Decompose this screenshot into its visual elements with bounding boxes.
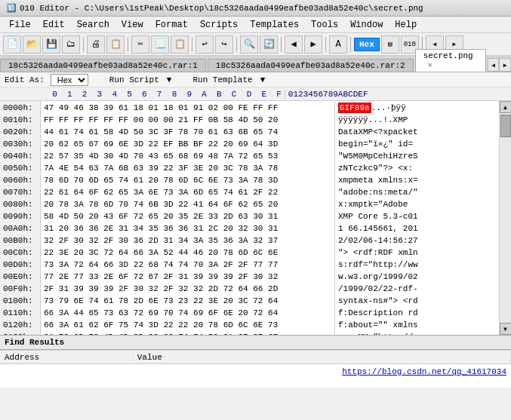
tab-secret-label: secret.png (423, 51, 473, 60)
hex-row-0040[interactable]: 22 57 35 4D 30 4D 70 43 65 68 69 48 7A 7… (44, 150, 331, 162)
offset-row: 00E0h: (3, 271, 37, 283)
scroll-thumb[interactable] (500, 115, 511, 137)
back-button[interactable]: ◀ (285, 35, 303, 54)
hex-row-0130[interactable]: 3A 78 6D 70 4D 4D 3D 22 68 74 74 70 3A 2… (44, 331, 331, 335)
tab-next-button[interactable]: ▸ (499, 58, 511, 72)
copy-button[interactable]: 📃 (151, 35, 169, 54)
ascii-row-00D0: s:rdf="http://ww (338, 259, 496, 271)
redo-button[interactable]: ↪ (215, 35, 233, 54)
hex-editor-area: 0000h: 0010h: 0020h: 0030h: 0040h: 0050h… (0, 101, 511, 335)
menu-bar: File Edit Search View Format Scripts Tem… (0, 17, 511, 33)
menu-window[interactable]: Window (344, 18, 389, 32)
menu-file[interactable]: File (3, 18, 37, 32)
menu-format[interactable]: Format (149, 18, 194, 32)
find-address-header: Address (0, 353, 133, 362)
print-button[interactable]: 🖨 (87, 35, 105, 54)
print2-button[interactable]: 📋 (106, 35, 125, 54)
run-script-arrow[interactable]: ▼ (167, 75, 172, 84)
toolbar-separator-2 (128, 37, 128, 52)
hex-mode-button[interactable]: Hex (354, 38, 380, 51)
hex-bytes-column[interactable]: 47 49 46 38 39 61 18 01 18 01 91 02 00 F… (41, 101, 335, 335)
hex-col-header: 0 1 2 3 4 5 6 7 8 9 A B C D E F (39, 90, 285, 99)
menu-tools[interactable]: Tools (305, 18, 344, 32)
ascii-row-0040: "W5M0MpCehiHzreS (338, 150, 496, 162)
scroll-down-arrow[interactable]: ▼ (500, 323, 512, 335)
hex-row-0000[interactable]: 47 49 46 38 39 61 18 01 18 01 91 02 00 F… (44, 102, 331, 114)
tab-rar1[interactable]: 18c5326aada0499eafbe03ad8a52e40c.rar:1 (0, 59, 206, 72)
edit-as-dropdown[interactable]: Hex (51, 74, 88, 86)
offset-column: 0000h: 0010h: 0020h: 0030h: 0040h: 0050h… (0, 101, 41, 335)
vertical-scrollbar[interactable]: ▲ ▼ (499, 101, 511, 335)
open-button[interactable]: 📂 (23, 35, 41, 54)
run-template-label: Run Template (192, 75, 252, 84)
ascii-row-0020: DataXMP<?xpacket (338, 126, 496, 138)
save-all-button[interactable]: 🗂 (62, 35, 80, 54)
toolbar-separator-6 (325, 37, 326, 52)
paste-button[interactable]: 📋 (171, 35, 189, 54)
menu-scripts[interactable]: Scripts (194, 18, 244, 32)
offset-row: 00B0h: (3, 235, 37, 247)
save-button[interactable]: 💾 (42, 35, 60, 54)
hex-row-0120[interactable]: 66 3A 61 62 6F 75 74 3D 22 22 20 78 6D 6… (44, 319, 331, 331)
menu-view[interactable]: View (115, 18, 149, 32)
offset-row: 0030h: (3, 138, 37, 150)
ascii-row-0130: :xmpMM="http://n (338, 331, 496, 335)
new-button[interactable]: 📄 (3, 35, 21, 54)
hex-row-0010[interactable]: FF FF FF FF FF FF 00 00 00 21 FF 0B 58 4… (44, 114, 331, 126)
find-button[interactable]: 🔍 (240, 35, 258, 54)
ascii-col-header: 0123456789ABCDEF (285, 90, 371, 99)
hex-row-0070[interactable]: 22 61 64 6F 62 65 3A 6E 73 3A 6D 65 74 6… (44, 186, 331, 198)
ascii-row-00B0: 2/02/06-14:56:27 (338, 235, 496, 247)
tab-rar1-label: 18c5326aada0499eafbe03ad8a52e40c.rar:1 (8, 61, 198, 70)
undo-button[interactable]: ↩ (195, 35, 214, 54)
scroll-up-arrow[interactable]: ▲ (500, 101, 512, 113)
offset-row: 0120h: (3, 319, 37, 331)
hex-row-00A0[interactable]: 31 20 36 36 2E 31 34 35 36 36 31 2C 20 3… (44, 222, 331, 235)
hex-row-0060[interactable]: 78 6D 70 6D 65 74 61 20 78 6D 6C 6E 73 3… (44, 174, 331, 186)
menu-templates[interactable]: Templates (244, 18, 305, 32)
ascii-row-0120: f:about="" xmlns (338, 319, 496, 331)
run-template-arrow[interactable]: ▼ (260, 75, 266, 84)
gif89a-highlight: GIF89a (338, 103, 371, 113)
offset-row: 0050h: (3, 162, 37, 174)
tab-bar: 18c5326aada0499eafbe03ad8a52e40c.rar:1 1… (0, 56, 511, 72)
hex-row-0110[interactable]: 66 3A 44 65 73 63 72 69 70 74 69 6F 6E 2… (44, 307, 331, 319)
hex-header-text: 0 1 2 3 4 5 6 7 8 9 A B C D E F (42, 90, 282, 99)
forward-button[interactable]: ▶ (304, 35, 322, 54)
find-result-link[interactable]: https://blog.csdn.net/qq_41617034 (0, 364, 511, 379)
hex-row-0050[interactable]: 7A 4E 54 63 7A 6B 63 39 22 3F 3E 20 3C 7… (44, 162, 331, 174)
toolbar-separator-1 (83, 37, 84, 52)
mode2-button[interactable]: ▤ (381, 35, 399, 54)
ascii-row-0080: x:xmptk="Adobe (338, 198, 496, 210)
hex-row-00F0[interactable]: 2F 31 39 39 39 2F 30 32 2F 32 32 2D 72 6… (44, 283, 331, 295)
hex-row-0090[interactable]: 58 4D 50 20 43 6F 72 65 20 35 2E 33 2D 6… (44, 210, 331, 222)
hex-row-00D0[interactable]: 73 3A 72 64 66 3D 22 68 74 74 70 3A 2F 2… (44, 259, 331, 271)
hex-row-0100[interactable]: 73 79 6E 74 61 78 2D 6E 73 23 22 3E 20 3… (44, 295, 331, 307)
tab-close-icon[interactable]: ✕ (428, 61, 433, 69)
hex-row-00B0[interactable]: 32 2F 30 32 2F 30 36 2D 31 34 3A 35 36 3… (44, 235, 331, 247)
cut-button[interactable]: ✂ (131, 35, 149, 54)
tab-secret-png[interactable]: secret.png ✕ (415, 49, 486, 72)
menu-search[interactable]: Search (71, 18, 115, 32)
hex-row-00C0[interactable]: 22 3E 20 3C 72 64 66 3A 52 44 46 20 78 6… (44, 247, 331, 259)
offset-row: 0100h: (3, 295, 37, 307)
hex-row-0030[interactable]: 20 62 65 67 69 6E 3D 22 EF BB BF 22 20 6… (44, 138, 331, 150)
tab-prev-button[interactable]: ◂ (488, 58, 500, 72)
toolbar-separator-3 (192, 37, 192, 52)
title-bar: 🔟 010 Editor - C:\Users\1stPeak\Desktop\… (0, 0, 511, 17)
ascii-row-0030: begin="ï»¿" id= (338, 138, 496, 150)
hex-row-0020[interactable]: 44 61 74 61 58 4D 50 3C 3F 78 70 61 63 6… (44, 126, 331, 138)
replace-button[interactable]: 🔄 (260, 35, 278, 54)
menu-help[interactable]: Help (389, 18, 423, 32)
tab-rar2[interactable]: 18c5326aada0499eafbe03ad8a52e40c.rar:2 (208, 59, 414, 72)
ascii-row-0010: ÿÿÿÿÿÿ...!.XMP (338, 114, 496, 126)
menu-edit[interactable]: Edit (37, 18, 71, 32)
offset-row: 0020h: (3, 126, 37, 138)
hex-row-0080[interactable]: 20 78 3A 78 6D 70 74 6B 3D 22 41 64 6F 6… (44, 198, 331, 210)
hex-row-00E0[interactable]: 77 2E 77 33 2E 6F 72 67 2F 31 39 39 39 2… (44, 271, 331, 283)
toolbar-separator-7 (350, 37, 351, 52)
offset-row: 00C0h: (3, 247, 37, 259)
font-button[interactable]: A (329, 35, 347, 54)
find-results-header: Find Results (0, 335, 511, 350)
offset-row: 0070h: (3, 186, 37, 198)
